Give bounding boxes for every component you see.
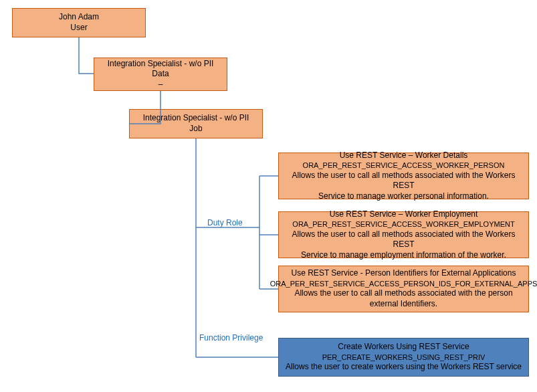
duty-worker-employment: Use REST Service – Worker Employment ORA… (278, 211, 529, 258)
duty-person-identifiers: Use REST Service - Person Identifiers fo… (278, 266, 529, 312)
function-privilege-label: Function Privilege (199, 333, 263, 342)
duty1-code: ORA_PER_REST_SERVICE_ACCESS_WORKER_PERSO… (303, 161, 505, 170)
duty3-title: Use REST Service - Person Identifiers fo… (292, 268, 516, 279)
data-role-sub: – (158, 80, 163, 90)
duty3-desc1: Allows the user to call all methods asso… (294, 288, 512, 299)
data-role-name: Integration Specialist - w/o PII (108, 59, 214, 70)
duty-role-label: Duty Role (207, 218, 243, 227)
priv-desc: Allows the user to create workers using … (286, 362, 522, 373)
duty1-desc2: Service to manage worker personal inform… (318, 191, 489, 202)
duty2-desc2: Service to manage employment information… (301, 250, 506, 261)
function-privilege: Create Workers Using REST Service PER_CR… (278, 338, 529, 377)
user-node: John Adam User (12, 8, 146, 37)
duty3-desc2: external Identifiers. (370, 299, 437, 310)
job-role-type: Job (189, 124, 202, 134)
job-role-node: Integration Specialist - w/o PII Job (129, 109, 263, 138)
user-name: John Adam (59, 12, 99, 23)
job-role-name: Integration Specialist - w/o PII (143, 113, 249, 124)
data-role-type: Data (152, 69, 169, 80)
data-role-node: Integration Specialist - w/o PII Data – (94, 58, 227, 91)
duty2-desc1: Allows the user to call all methods asso… (284, 229, 523, 250)
duty1-desc1: Allows the user to call all methods asso… (284, 171, 523, 191)
priv-code: PER_CREATE_WORKERS_USING_REST_PRIV (322, 353, 486, 362)
duty3-code: ORA_PER_REST_SERVICE_ACCESS_PERSON_IDS_F… (270, 279, 537, 288)
duty2-code: ORA_PER_REST_SERVICE_ACCESS_WORKER_EMPLO… (292, 219, 514, 229)
user-type: User (70, 23, 87, 33)
duty2-title: Use REST Service – Worker Employment (330, 209, 478, 220)
priv-title: Create Workers Using REST Service (338, 342, 469, 353)
duty1-title: Use REST Service – Worker Details (340, 151, 468, 161)
duty-worker-details: Use REST Service – Worker Details ORA_PE… (278, 153, 529, 199)
